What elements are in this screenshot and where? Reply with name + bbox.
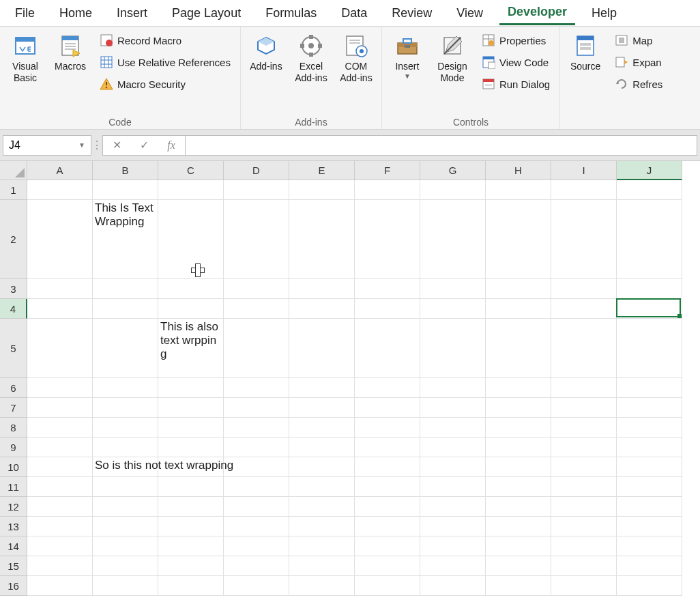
- cell-J8[interactable]: [617, 418, 682, 438]
- cell-C2[interactable]: [158, 200, 224, 279]
- tab-developer[interactable]: Developer: [499, 1, 575, 25]
- cell-E7[interactable]: [289, 398, 355, 418]
- cell-J13[interactable]: [617, 517, 682, 536]
- cell-G7[interactable]: [420, 398, 486, 418]
- cell-A16[interactable]: [27, 576, 93, 596]
- cell-H11[interactable]: [486, 477, 551, 497]
- cell-A9[interactable]: [27, 438, 93, 457]
- cell-A1[interactable]: [27, 180, 93, 200]
- cell-B16[interactable]: [93, 576, 158, 596]
- cell-D16[interactable]: [224, 576, 289, 596]
- row-header-14[interactable]: 14: [0, 536, 27, 556]
- cell-B6[interactable]: [93, 378, 158, 398]
- row-header-1[interactable]: 1: [0, 180, 27, 200]
- refresh-data-button[interactable]: Refres: [611, 74, 667, 94]
- cell-H1[interactable]: [486, 180, 551, 200]
- cell-G8[interactable]: [420, 418, 486, 438]
- row-header-12[interactable]: 12: [0, 497, 27, 517]
- cell-B9[interactable]: [93, 438, 158, 457]
- cell-E9[interactable]: [289, 438, 355, 457]
- cell-C3[interactable]: [158, 279, 224, 299]
- cell-F16[interactable]: [355, 576, 420, 596]
- row-header-4[interactable]: 4: [0, 299, 27, 319]
- row-header-7[interactable]: 7: [0, 398, 27, 418]
- cell-F10[interactable]: [355, 457, 420, 477]
- tab-view[interactable]: View: [448, 2, 491, 25]
- cell-G1[interactable]: [420, 180, 486, 200]
- cell-I4[interactable]: [551, 299, 617, 319]
- cell-G15[interactable]: [420, 556, 486, 576]
- cell-J6[interactable]: [617, 378, 682, 398]
- cell-D13[interactable]: [224, 517, 289, 536]
- cell-G16[interactable]: [420, 576, 486, 596]
- cell-F14[interactable]: [355, 536, 420, 556]
- cell-E12[interactable]: [289, 497, 355, 517]
- cell-B3[interactable]: [93, 279, 158, 299]
- addins-button[interactable]: Add-ins: [246, 31, 286, 75]
- cell-C1[interactable]: [158, 180, 224, 200]
- cell-F2[interactable]: [355, 200, 420, 279]
- cell-B5[interactable]: [93, 319, 158, 378]
- tab-help[interactable]: Help: [583, 2, 625, 25]
- cell-F11[interactable]: [355, 477, 420, 497]
- cell-G6[interactable]: [420, 378, 486, 398]
- tab-formulas[interactable]: Formulas: [257, 2, 325, 25]
- cell-H7[interactable]: [486, 398, 551, 418]
- cell-F1[interactable]: [355, 180, 420, 200]
- cell-H9[interactable]: [486, 438, 551, 457]
- row-header-11[interactable]: 11: [0, 477, 27, 497]
- cell-A10[interactable]: [27, 457, 93, 477]
- cell-H14[interactable]: [486, 536, 551, 556]
- cell-F12[interactable]: [355, 497, 420, 517]
- tab-page-layout[interactable]: Page Layout: [164, 2, 249, 25]
- cell-E1[interactable]: [289, 180, 355, 200]
- cell-B10[interactable]: So is this not text wrapping: [93, 457, 158, 477]
- row-header-3[interactable]: 3: [0, 279, 27, 299]
- cell-D14[interactable]: [224, 536, 289, 556]
- tab-insert[interactable]: Insert: [108, 2, 156, 25]
- cell-I12[interactable]: [551, 497, 617, 517]
- view-code-button[interactable]: View Code: [478, 53, 554, 72]
- cell-H8[interactable]: [486, 418, 551, 438]
- col-header-D[interactable]: D: [224, 161, 289, 180]
- cell-H5[interactable]: [486, 319, 551, 378]
- cell-B14[interactable]: [93, 536, 158, 556]
- cell-I7[interactable]: [551, 398, 617, 418]
- cell-D7[interactable]: [224, 398, 289, 418]
- fx-icon[interactable]: fx: [158, 139, 185, 152]
- cell-E16[interactable]: [289, 576, 355, 596]
- cell-D9[interactable]: [224, 438, 289, 457]
- cell-C11[interactable]: [158, 477, 224, 497]
- cell-C14[interactable]: [158, 536, 224, 556]
- cell-E15[interactable]: [289, 556, 355, 576]
- cell-D12[interactable]: [224, 497, 289, 517]
- cell-I8[interactable]: [551, 418, 617, 438]
- cell-I13[interactable]: [551, 517, 617, 536]
- name-box[interactable]: J4 ▼: [3, 135, 91, 156]
- visual-basic-button[interactable]: Visual Basic: [5, 31, 45, 87]
- macros-button[interactable]: Macros: [50, 31, 90, 75]
- cell-A4[interactable]: [27, 299, 93, 319]
- cell-G11[interactable]: [420, 477, 486, 497]
- record-macro-button[interactable]: Record Macro: [96, 31, 235, 50]
- cell-C16[interactable]: [158, 576, 224, 596]
- cell-F7[interactable]: [355, 398, 420, 418]
- cell-A2[interactable]: [27, 200, 93, 279]
- cell-F9[interactable]: [355, 438, 420, 457]
- cell-F3[interactable]: [355, 279, 420, 299]
- com-addins-button[interactable]: COM Add-ins: [336, 31, 376, 87]
- expansion-packs-button[interactable]: Expan: [611, 53, 667, 72]
- cell-E11[interactable]: [289, 477, 355, 497]
- row-header-6[interactable]: 6: [0, 378, 27, 398]
- cell-J15[interactable]: [617, 556, 682, 576]
- cell-C12[interactable]: [158, 497, 224, 517]
- cell-G9[interactable]: [420, 438, 486, 457]
- cell-H3[interactable]: [486, 279, 551, 299]
- cell-G13[interactable]: [420, 517, 486, 536]
- cell-E2[interactable]: [289, 200, 355, 279]
- cell-D1[interactable]: [224, 180, 289, 200]
- cell-D2[interactable]: [224, 200, 289, 279]
- run-dialog-button[interactable]: Run Dialog: [478, 74, 554, 94]
- cell-D10[interactable]: [224, 457, 289, 477]
- cell-F4[interactable]: [355, 299, 420, 319]
